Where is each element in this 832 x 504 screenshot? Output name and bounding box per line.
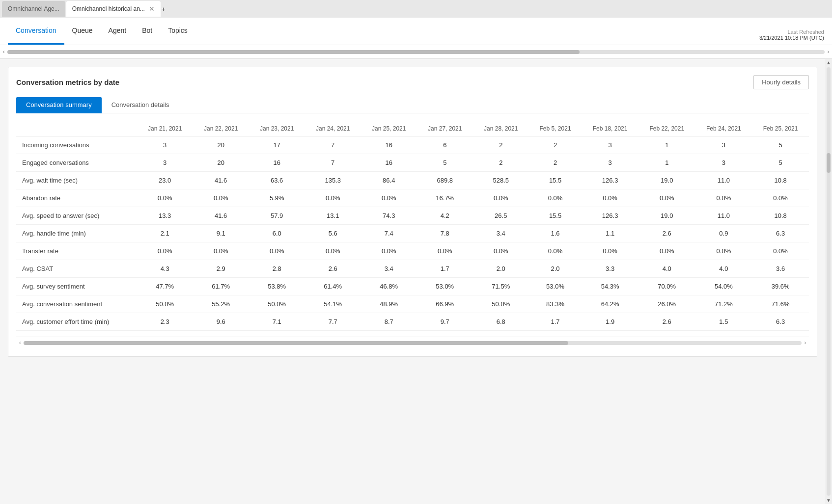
cell-4-3: 13.1 xyxy=(305,207,361,225)
browser-tab-1[interactable]: Omnichannel Age... xyxy=(2,1,65,17)
cell-7-1: 2.9 xyxy=(193,260,249,278)
cell-9-10: 71.2% xyxy=(695,295,752,313)
cell-0-8: 3 xyxy=(582,136,638,154)
col-header-5: Jan 27, 2021 xyxy=(417,121,473,136)
close-tab-icon[interactable]: ✕ xyxy=(149,5,155,13)
cell-7-2: 2.8 xyxy=(249,260,305,278)
cell-0-3: 7 xyxy=(305,136,361,154)
cell-6-4: 0.0% xyxy=(361,242,417,260)
last-refreshed-value: 3/21/2021 10:18 PM (UTC) xyxy=(759,35,824,41)
scrollbar-vertical-track[interactable] xyxy=(827,67,831,496)
browser-tab-1-label: Omnichannel Age... xyxy=(8,5,59,12)
cell-9-9: 26.0% xyxy=(638,295,695,313)
cell-4-5: 4.2 xyxy=(417,207,473,225)
metric-label-8: Avg. survey sentiment xyxy=(16,278,137,295)
cell-9-0: 50.0% xyxy=(137,295,193,313)
right-scrollbar[interactable]: ▲ ▼ xyxy=(825,59,832,504)
main-content: Conversation metrics by date Hourly deta… xyxy=(0,59,825,365)
scrollbar-up-arrow[interactable]: ▲ xyxy=(825,59,832,66)
bottom-scroll-left-arrow[interactable]: ‹ xyxy=(18,340,22,345)
bottom-scroll-right-arrow[interactable]: › xyxy=(804,340,807,345)
cell-5-0: 2.1 xyxy=(137,225,193,242)
hourly-details-button[interactable]: Hourly details xyxy=(753,75,809,89)
cell-3-2: 5.9% xyxy=(249,189,305,207)
cell-9-5: 66.9% xyxy=(417,295,473,313)
cell-0-6: 2 xyxy=(473,136,529,154)
nav-tab-bot[interactable]: Bot xyxy=(134,18,160,45)
scroll-left-arrow[interactable]: ‹ xyxy=(2,49,5,54)
cell-0-5: 6 xyxy=(417,136,473,154)
cell-7-11: 3.6 xyxy=(752,260,809,278)
bottom-scroll-track[interactable] xyxy=(24,341,801,345)
cell-8-7: 53.0% xyxy=(529,278,582,295)
cell-10-11: 6.3 xyxy=(752,313,809,331)
browser-tab-bar: Omnichannel Age... Omnichannel historica… xyxy=(0,0,832,18)
col-header-6: Jan 28, 2021 xyxy=(473,121,529,136)
cell-8-1: 61.7% xyxy=(193,278,249,295)
metric-label-9: Avg. conversation sentiment xyxy=(16,295,137,313)
cell-7-3: 2.6 xyxy=(305,260,361,278)
nav-tab-agent[interactable]: Agent xyxy=(101,18,135,45)
metric-label-2: Avg. wait time (sec) xyxy=(16,172,137,189)
cell-4-7: 15.5 xyxy=(529,207,582,225)
bottom-scroll-bar: ‹ › xyxy=(16,337,809,348)
metric-label-4: Avg. speed to answer (sec) xyxy=(16,207,137,225)
cell-10-7: 1.7 xyxy=(529,313,582,331)
metric-label-10: Avg. customer effort time (min) xyxy=(16,313,137,331)
table-row: Avg. speed to answer (sec)13.341.657.913… xyxy=(16,207,809,225)
table-row: Avg. customer effort time (min)2.39.67.1… xyxy=(16,313,809,331)
table-row: Avg. wait time (sec)23.041.663.6135.386.… xyxy=(16,172,809,189)
cell-10-2: 7.1 xyxy=(249,313,305,331)
table-row: Engaged conversations320167165223135 xyxy=(16,154,809,172)
cell-6-11: 0.0% xyxy=(752,242,809,260)
last-refreshed-info: Last Refreshed 3/21/2021 10:18 PM (UTC) xyxy=(759,29,824,45)
card-header: Conversation metrics by date Hourly deta… xyxy=(16,75,809,89)
cell-7-10: 4.0 xyxy=(695,260,752,278)
metrics-table: Jan 21, 2021Jan 22, 2021Jan 23, 2021Jan … xyxy=(16,121,809,331)
cell-6-3: 0.0% xyxy=(305,242,361,260)
cell-8-3: 61.4% xyxy=(305,278,361,295)
cell-0-2: 17 xyxy=(249,136,305,154)
nav-tab-conversation[interactable]: Conversation xyxy=(8,18,64,45)
nav-tab-topics[interactable]: Topics xyxy=(160,18,195,45)
cell-4-6: 26.5 xyxy=(473,207,529,225)
cell-5-4: 7.4 xyxy=(361,225,417,242)
table-row: Avg. conversation sentiment50.0%55.2%50.… xyxy=(16,295,809,313)
cell-7-8: 3.3 xyxy=(582,260,638,278)
cell-6-5: 0.0% xyxy=(417,242,473,260)
metric-label-7: Avg. CSAT xyxy=(16,260,137,278)
cell-1-4: 16 xyxy=(361,154,417,172)
cell-3-11: 0.0% xyxy=(752,189,809,207)
new-tab-button[interactable]: + xyxy=(162,5,166,13)
bottom-scroll-thumb xyxy=(24,341,568,345)
metrics-table-wrapper: Jan 21, 2021Jan 22, 2021Jan 23, 2021Jan … xyxy=(16,121,809,331)
card-title: Conversation metrics by date xyxy=(16,78,119,86)
scroll-right-arrow[interactable]: › xyxy=(827,49,830,54)
browser-tab-2[interactable]: Omnichannel historical an... ✕ xyxy=(66,1,161,17)
top-scroll-bar: ‹ › xyxy=(0,45,832,59)
scrollbar-down-arrow[interactable]: ▼ xyxy=(825,497,832,504)
cell-5-11: 6.3 xyxy=(752,225,809,242)
cell-9-4: 48.9% xyxy=(361,295,417,313)
table-row: Incoming conversations320177166223135 xyxy=(16,136,809,154)
cell-1-9: 1 xyxy=(638,154,695,172)
app-nav: Conversation Queue Agent Bot Topics Last… xyxy=(0,18,832,45)
cell-3-8: 0.0% xyxy=(582,189,638,207)
cell-1-11: 5 xyxy=(752,154,809,172)
cell-3-0: 0.0% xyxy=(137,189,193,207)
col-header-10: Feb 24, 2021 xyxy=(695,121,752,136)
sub-tab-details[interactable]: Conversation details xyxy=(102,97,179,113)
table-body: Incoming conversations320177166223135Eng… xyxy=(16,136,809,331)
cell-3-10: 0.0% xyxy=(695,189,752,207)
cell-0-4: 16 xyxy=(361,136,417,154)
sub-tab-summary[interactable]: Conversation summary xyxy=(16,97,102,113)
cell-6-10: 0.0% xyxy=(695,242,752,260)
cell-4-11: 10.8 xyxy=(752,207,809,225)
cell-0-11: 5 xyxy=(752,136,809,154)
cell-1-5: 5 xyxy=(417,154,473,172)
cell-4-9: 19.0 xyxy=(638,207,695,225)
nav-tab-queue[interactable]: Queue xyxy=(64,18,101,45)
cell-7-7: 2.0 xyxy=(529,260,582,278)
cell-8-6: 71.5% xyxy=(473,278,529,295)
scroll-track[interactable] xyxy=(7,50,824,54)
